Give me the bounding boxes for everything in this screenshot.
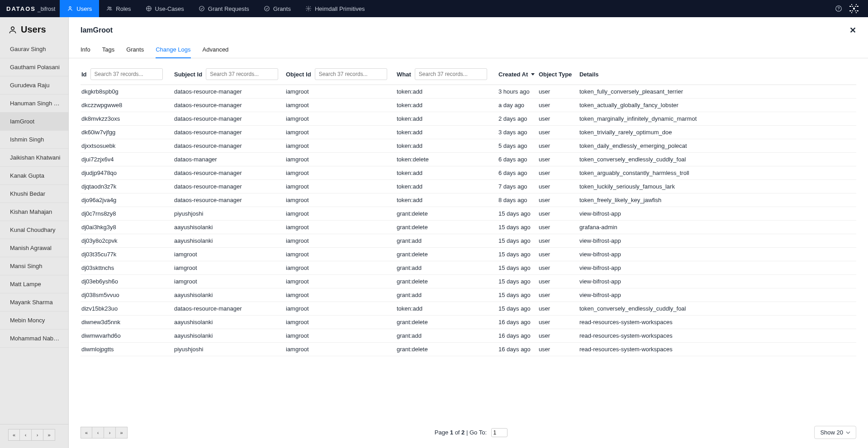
tab-advanced[interactable]: Advanced: [203, 46, 229, 58]
table-row[interactable]: dj038sm5vvuoaayushisolankiiamgrootgrant:…: [81, 288, 856, 302]
table-row[interactable]: dj0c7rns8zy8piyushjoshiiamgrootgrant:del…: [81, 207, 856, 221]
sidebar-page-prev[interactable]: ‹: [20, 429, 32, 441]
sidebar-user-item[interactable]: Matt Lampe: [0, 275, 68, 293]
sidebar-page-next[interactable]: ›: [32, 429, 43, 441]
nav-heimdall-primitives[interactable]: Heimdall Primitives: [298, 0, 372, 17]
search-subject-input[interactable]: [206, 68, 278, 80]
cell-what: token:add: [396, 302, 498, 316]
cell-type: user: [538, 180, 579, 193]
table-page-prev[interactable]: ‹: [92, 427, 104, 439]
table-row[interactable]: djxxtsosuebkdataos-resource-manageriamgr…: [81, 139, 856, 153]
cell-object: iamgroot: [285, 248, 396, 261]
sidebar-user-item[interactable]: Kishan Mahajan: [0, 203, 68, 221]
table-row[interactable]: dk60iw7vjfggdataos-resource-manageriamgr…: [81, 126, 856, 139]
tab-change-logs[interactable]: Change Logs: [156, 46, 190, 58]
cell-created: 6 days ago: [498, 153, 538, 166]
cell-subject: aayushisolanki: [173, 234, 285, 248]
table-row[interactable]: dkgkrb8spb0gdataos-resource-manageriamgr…: [81, 85, 856, 99]
goto-page-input[interactable]: [491, 428, 508, 437]
sidebar-page-last[interactable]: »: [43, 429, 55, 441]
app-logo-icon[interactable]: [846, 4, 862, 13]
tab-tags[interactable]: Tags: [102, 46, 114, 58]
nav-grant-requests[interactable]: Grant Requests: [191, 0, 256, 17]
th-created-at[interactable]: Created At: [498, 71, 535, 78]
table-row[interactable]: dk8mvkzz3oxsdataos-resource-manageriamgr…: [81, 112, 856, 126]
cell-object: iamgroot: [285, 193, 396, 207]
cell-what: grant:delete: [396, 316, 498, 329]
sidebar-user-item[interactable]: Hanuman Singh Parihar: [0, 94, 68, 113]
cell-what: token:add: [396, 166, 498, 180]
table-footer: « ‹ › » Page 1 of 2 | Go To: Show 20: [69, 420, 868, 448]
cell-subject: aayushisolanki: [173, 316, 285, 329]
svg-rect-21: [856, 12, 857, 13]
sidebar-user-item[interactable]: Gauthami Polasani: [0, 58, 68, 76]
help-icon[interactable]: [831, 5, 846, 12]
sidebar-user-item[interactable]: Mayank Sharma: [0, 293, 68, 311]
sidebar-user-item[interactable]: Gurudeva Raju: [0, 76, 68, 94]
cell-what: token:add: [396, 99, 498, 112]
table-row[interactable]: dj03y8o2cpvkaayushisolankiiamgrootgrant:…: [81, 234, 856, 248]
table-row[interactable]: diwnew3d5nnkaayushisolankiiamgrootgrant:…: [81, 316, 856, 329]
cell-object: iamgroot: [285, 180, 396, 193]
table-row[interactable]: diwmlojpgttspiyushjoshiiamgrootgrant:del…: [81, 343, 856, 356]
cell-details: token_trivially_rarely_optimum_doe: [579, 126, 856, 139]
close-icon[interactable]: ✕: [849, 25, 856, 35]
nav-roles[interactable]: Roles: [99, 0, 138, 17]
sidebar-user-item[interactable]: Mebin Moncy: [0, 311, 68, 330]
cell-object: iamgroot: [285, 139, 396, 153]
sidebar-user-item[interactable]: Jaikishan Khatwani: [0, 149, 68, 167]
search-what-input[interactable]: [415, 68, 487, 80]
sidebar-user-item[interactable]: Kunal Choudhary: [0, 221, 68, 239]
th-subject-id[interactable]: Subject Id: [174, 71, 202, 78]
sidebar-user-item[interactable]: Mansi Singh: [0, 257, 68, 275]
tab-info[interactable]: Info: [81, 46, 90, 58]
cell-details: token_actually_globally_fancy_lobster: [579, 99, 856, 112]
th-id[interactable]: Id: [81, 71, 87, 78]
brand: DATAOS _bifrost: [6, 5, 55, 12]
table-row[interactable]: dj03t35cu77kiamgrootiamgrootgrant:delete…: [81, 248, 856, 261]
sidebar-user-item[interactable]: Gaurav Singh: [0, 40, 68, 58]
th-what[interactable]: What: [397, 71, 411, 78]
nav-users[interactable]: Users: [60, 0, 99, 17]
tab-grants[interactable]: Grants: [126, 46, 144, 58]
table-row[interactable]: dj03eb6ysh6oiamgrootiamgrootgrant:delete…: [81, 275, 856, 288]
page-indicator: Page 1 of 2 | Go To:: [128, 428, 814, 437]
table-row[interactable]: diwmwvarhd6oaayushisolankiiamgrootgrant:…: [81, 329, 856, 343]
svg-rect-11: [849, 6, 851, 7]
table-row[interactable]: dj03skttnchsiamgrootiamgrootgrant:add15 …: [81, 261, 856, 275]
panel-tabs: InfoTagsGrantsChange LogsAdvanced: [69, 39, 868, 58]
sidebar-user-item[interactable]: Mohammad Nabeel Qureshi: [0, 330, 68, 348]
sidebar-user-item[interactable]: Manish Agrawal: [0, 239, 68, 257]
page-size-select[interactable]: Show 20: [814, 426, 856, 439]
svg-rect-20: [851, 12, 852, 13]
table-row[interactable]: djudjp9478qodataos-resource-manageriamgr…: [81, 166, 856, 180]
cell-subject: dataos-resource-manager: [173, 85, 285, 99]
th-object-id[interactable]: Object Id: [286, 71, 311, 78]
nav-grants[interactable]: Grants: [256, 0, 298, 17]
nav-use-cases[interactable]: Use-Cases: [138, 0, 191, 17]
table-page-first[interactable]: «: [81, 427, 92, 439]
cell-details: read-resources-system-workspaces: [579, 329, 856, 343]
cell-object: iamgroot: [285, 126, 396, 139]
table-row[interactable]: djqtaodn3z7kdataos-resource-manageriamgr…: [81, 180, 856, 193]
table-row[interactable]: dkczzwpgwwe8dataos-resource-manageriamgr…: [81, 99, 856, 112]
th-object-type[interactable]: Object Type: [539, 71, 572, 78]
table-row[interactable]: dizv15bk23uodataos-resource-manageriamgr…: [81, 302, 856, 316]
cell-type: user: [538, 207, 579, 221]
table-page-next[interactable]: ›: [104, 427, 116, 439]
sidebar-user-item[interactable]: Ishmin Singh: [0, 131, 68, 149]
search-object-input[interactable]: [315, 68, 387, 80]
th-details[interactable]: Details: [579, 71, 599, 78]
sidebar-user-item[interactable]: Kanak Gupta: [0, 167, 68, 185]
sidebar-page-first[interactable]: «: [8, 429, 20, 441]
cell-created: 15 days ago: [498, 248, 538, 261]
table-row[interactable]: djo96a2jva4gdataos-resource-manageriamgr…: [81, 193, 856, 207]
table-row[interactable]: dj0ai3hkg3y8aayushisolankiiamgrootgrant:…: [81, 221, 856, 234]
sidebar-user-item[interactable]: Khushi Bedar: [0, 185, 68, 203]
cell-type: user: [538, 153, 579, 166]
search-id-input[interactable]: [90, 68, 163, 80]
table-row[interactable]: djui72zjx6v4dataos-manageriamgroottoken:…: [81, 153, 856, 166]
table-page-last[interactable]: »: [116, 427, 128, 439]
cell-created: 15 days ago: [498, 207, 538, 221]
sidebar-user-item[interactable]: IamGroot: [0, 113, 68, 131]
